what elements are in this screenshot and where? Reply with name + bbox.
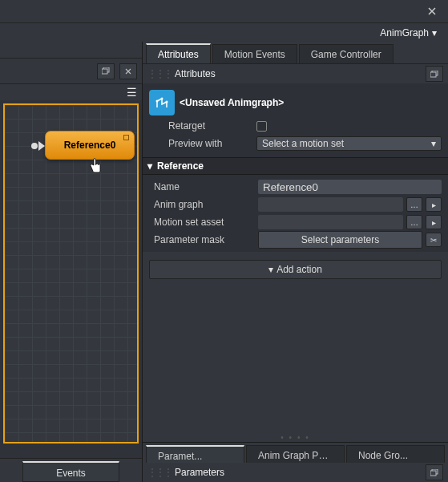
caret-down-icon: ▾ xyxy=(147,160,152,172)
tab-anim-graph-palette[interactable]: Anim Graph Pal... xyxy=(246,445,345,463)
select-parameters-button[interactable]: Select parameters xyxy=(258,231,422,249)
attributes-header: ⋮⋮⋮ Attributes xyxy=(143,64,448,83)
header-bar: AnimGraph ▾ xyxy=(0,22,448,42)
animgraph-icon xyxy=(149,90,175,115)
arrow-right-icon: ▸ xyxy=(432,200,436,209)
node-label: Reference0 xyxy=(64,140,116,151)
restore-icon xyxy=(102,67,110,75)
reference-node[interactable]: Reference0 xyxy=(45,131,135,160)
grip-icon[interactable]: ⋮⋮⋮ xyxy=(147,68,172,79)
arrow-right-icon: ▸ xyxy=(432,218,436,227)
attributes-body: <Unsaved Animgraph> Retarget Preview wit… xyxy=(143,83,448,157)
reference-title: Reference xyxy=(157,160,204,172)
restore-icon xyxy=(430,71,438,78)
inspector-tabs: Attributes Motion Events Game Controller xyxy=(143,42,448,64)
resize-handle[interactable]: • • • • xyxy=(143,432,448,442)
left-panel: ☰ Reference0 Events xyxy=(0,42,143,482)
window-close-button[interactable] xyxy=(416,0,448,22)
list-icon[interactable]: ☰ xyxy=(127,86,137,99)
canvas-header: ☰ xyxy=(0,84,142,100)
tab-events-label: Events xyxy=(56,468,86,479)
scissors-icon: ✂ xyxy=(430,236,437,245)
retarget-checkbox[interactable] xyxy=(256,121,267,132)
preview-select-value: Select a motion set xyxy=(262,138,344,149)
parameters-header: ⋮⋮⋮ Parameters xyxy=(143,463,448,482)
reference-properties: Name Anim graph … ▸ Motion set asset … ▸… xyxy=(143,175,448,252)
add-action-button[interactable]: ▾ Add action xyxy=(149,260,442,279)
restore-icon xyxy=(430,469,438,476)
tab-game-controller[interactable]: Game Controller xyxy=(299,44,394,63)
svg-rect-3 xyxy=(430,72,436,77)
svg-point-6 xyxy=(166,101,168,103)
anim-graph-input[interactable] xyxy=(258,197,403,212)
motion-set-locate-button[interactable]: ▸ xyxy=(426,215,442,229)
tab-node-groups[interactable]: Node Gro... xyxy=(346,445,445,463)
attributes-title: Attributes xyxy=(175,68,216,79)
retarget-label: Retarget xyxy=(149,120,252,132)
animgraph-menu-label: AnimGraph xyxy=(380,27,429,38)
close-icon xyxy=(125,68,131,75)
bottom-tabs: Paramet... Anim Graph Pal... Node Gro... xyxy=(143,442,448,463)
graph-canvas[interactable]: Reference0 xyxy=(3,103,139,444)
grip-icon[interactable]: ⋮⋮⋮ xyxy=(147,467,172,478)
name-input[interactable] xyxy=(258,180,442,194)
anim-graph-locate-button[interactable]: ▸ xyxy=(426,197,442,212)
reference-section-header[interactable]: ▾ Reference xyxy=(143,157,448,175)
motion-set-browse-button[interactable]: … xyxy=(406,215,422,229)
title-bar xyxy=(0,0,448,22)
left-bottom-tabs: Events xyxy=(0,458,142,482)
anim-graph-label: Anim graph xyxy=(149,199,255,210)
parameters-title: Parameters xyxy=(175,467,224,478)
animgraph-menu[interactable]: AnimGraph ▾ xyxy=(375,26,442,40)
preview-label: Preview with xyxy=(149,138,252,149)
tab-parameters[interactable]: Paramet... xyxy=(146,445,244,463)
attributes-panel-button[interactable] xyxy=(426,66,443,82)
anim-graph-browse-button[interactable]: … xyxy=(406,197,422,212)
svg-point-4 xyxy=(156,100,159,103)
preview-motion-set-select[interactable]: Select a motion set ▾ xyxy=(256,136,442,151)
svg-rect-8 xyxy=(430,471,436,476)
param-mask-label: Parameter mask xyxy=(149,234,255,245)
name-label: Name xyxy=(149,181,255,192)
panel-close-button[interactable] xyxy=(119,63,137,79)
right-panel: Attributes Motion Events Game Controller… xyxy=(143,42,448,482)
close-icon xyxy=(428,7,436,15)
chevron-down-icon: ▾ xyxy=(268,264,273,275)
ellipsis-icon: … xyxy=(410,218,418,227)
panel-restore-button[interactable] xyxy=(97,63,115,79)
tab-events[interactable]: Events xyxy=(22,461,119,482)
left-toolbar xyxy=(0,59,142,84)
svg-rect-1 xyxy=(102,69,107,74)
graph-name: <Unsaved Animgraph> xyxy=(180,97,284,108)
node-marker-icon xyxy=(123,135,129,140)
motion-set-input[interactable] xyxy=(258,215,403,229)
node-input-port[interactable] xyxy=(31,143,38,149)
svg-point-5 xyxy=(161,98,163,100)
parameters-panel-button[interactable] xyxy=(426,464,443,480)
motion-set-label: Motion set asset xyxy=(149,217,255,228)
param-mask-cut-button[interactable]: ✂ xyxy=(426,233,442,247)
chevron-down-icon: ▾ xyxy=(432,27,437,38)
arrow-icon xyxy=(38,141,45,151)
ellipsis-icon: … xyxy=(410,200,418,209)
cursor-pointer-icon xyxy=(89,158,103,177)
tab-motion-events[interactable]: Motion Events xyxy=(212,44,297,63)
tab-attributes[interactable]: Attributes xyxy=(146,43,211,63)
chevron-down-icon: ▾ xyxy=(431,138,436,149)
